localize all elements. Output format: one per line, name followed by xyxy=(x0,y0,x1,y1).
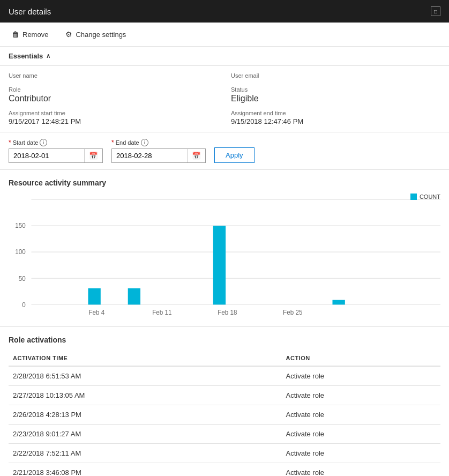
role-activations-title: Role activations xyxy=(9,336,440,344)
svg-text:50: 50 xyxy=(19,274,26,282)
remove-button[interactable]: 🗑 Remove xyxy=(9,28,51,41)
start-date-input[interactable] xyxy=(9,149,84,162)
col-action: ACTION xyxy=(282,351,440,366)
activation-time-cell: 2/27/2018 10:13:05 AM xyxy=(9,386,282,405)
assignment-start-label: Assignment start time xyxy=(9,110,218,116)
svg-text:Feb 11: Feb 11 xyxy=(152,309,171,316)
svg-text:100: 100 xyxy=(15,248,26,256)
action-cell: Activate role xyxy=(282,444,440,463)
end-date-input-wrapper: 📅 xyxy=(111,148,206,163)
user-email-field: User email xyxy=(231,72,440,80)
essentials-label: Essentials xyxy=(9,52,43,60)
essentials-grid: User name User email Role Contributor St… xyxy=(0,66,449,132)
remove-icon: 🗑 xyxy=(12,30,19,39)
chart-svg: 0 50 100 150 Feb 4 Feb 11 Feb 18 Feb 25 xyxy=(9,194,440,322)
activation-time-cell: 2/23/2018 9:01:27 AM xyxy=(9,425,282,444)
start-date-label: * Start date i xyxy=(9,139,103,146)
svg-rect-10 xyxy=(128,288,140,305)
status-value: Eligible xyxy=(231,94,440,103)
toolbar: 🗑 Remove ⚙ Change settings xyxy=(0,23,449,47)
chevron-up-icon: ∧ xyxy=(46,53,50,59)
chart-container: COUNT 0 50 100 150 Feb 4 Feb 11 xyxy=(9,194,440,322)
end-date-calendar-button[interactable]: 📅 xyxy=(187,149,205,162)
table-row: 2/27/2018 10:13:05 AM Activate role xyxy=(9,386,440,405)
svg-rect-12 xyxy=(333,300,345,305)
table-header-row: ACTIVATION TIME ACTION xyxy=(9,351,440,366)
change-settings-label: Change settings xyxy=(76,31,126,39)
role-field: Role Contributor xyxy=(9,86,218,103)
svg-text:0: 0 xyxy=(22,301,26,308)
role-label: Role xyxy=(9,86,218,93)
legend-color-swatch xyxy=(410,194,417,200)
status-field: Status Eligible xyxy=(231,86,440,103)
assignment-end-field: Assignment end time 9/15/2018 12:47:46 P… xyxy=(231,110,440,125)
remove-label: Remove xyxy=(23,31,48,39)
table-row: 2/28/2018 6:51:53 AM Activate role xyxy=(9,366,440,386)
chart-section: Resource activity summary COUNT 0 50 100… xyxy=(0,170,449,327)
end-date-input[interactable] xyxy=(112,149,187,162)
change-settings-button[interactable]: ⚙ Change settings xyxy=(62,28,129,41)
settings-icon: ⚙ xyxy=(65,30,72,39)
table-row: 2/23/2018 9:01:27 AM Activate role xyxy=(9,425,440,444)
svg-text:Feb 4: Feb 4 xyxy=(88,309,104,316)
status-label: Status xyxy=(231,86,440,93)
end-date-field: * End date i 📅 xyxy=(111,139,206,163)
svg-rect-9 xyxy=(88,288,100,305)
svg-text:Feb 25: Feb 25 xyxy=(283,309,303,316)
date-filter: * Start date i 📅 * End date i 📅 Apply xyxy=(0,132,449,170)
activation-time-cell: 2/22/2018 7:52:11 AM xyxy=(9,444,282,463)
start-date-input-wrapper: 📅 xyxy=(9,148,103,163)
assignment-end-label: Assignment end time xyxy=(231,110,440,116)
window-title: User details xyxy=(9,7,51,16)
assignment-start-field: Assignment start time 9/15/2017 12:48:21… xyxy=(9,110,218,125)
assignment-start-value: 9/15/2017 12:48:21 PM xyxy=(9,117,218,125)
table-row: 2/21/2018 3:46:08 PM Activate role xyxy=(9,463,440,477)
svg-rect-11 xyxy=(213,226,226,304)
chart-title: Resource activity summary xyxy=(9,178,440,187)
window-controls: □ xyxy=(431,6,440,16)
start-date-field: * Start date i 📅 xyxy=(9,139,103,163)
essentials-header[interactable]: Essentials ∧ xyxy=(0,47,449,66)
assignment-end-value: 9/15/2018 12:47:46 PM xyxy=(231,117,440,125)
apply-button[interactable]: Apply xyxy=(214,147,255,163)
end-date-info-icon[interactable]: i xyxy=(141,139,148,146)
end-required-star: * xyxy=(111,139,114,146)
action-cell: Activate role xyxy=(282,405,440,425)
role-value: Contributor xyxy=(9,94,218,103)
action-cell: Activate role xyxy=(282,386,440,405)
end-date-label: * End date i xyxy=(111,139,206,146)
start-date-calendar-button[interactable]: 📅 xyxy=(84,149,102,162)
start-date-info-icon[interactable]: i xyxy=(40,139,47,146)
legend-label: COUNT xyxy=(420,194,440,200)
user-name-label: User name xyxy=(9,72,218,79)
activation-time-cell: 2/26/2018 4:28:13 PM xyxy=(9,405,282,425)
essentials-section: Essentials ∧ User name User email Role C… xyxy=(0,47,449,132)
action-cell: Activate role xyxy=(282,425,440,444)
role-activations-section: Role activations ACTIVATION TIME ACTION … xyxy=(0,327,449,476)
start-required-star: * xyxy=(9,139,11,146)
table-row: 2/22/2018 7:52:11 AM Activate role xyxy=(9,444,440,463)
start-date-label-text: Start date xyxy=(13,139,39,146)
chart-legend: COUNT xyxy=(410,194,440,200)
svg-text:150: 150 xyxy=(15,222,26,229)
activation-time-cell: 2/28/2018 6:51:53 AM xyxy=(9,366,282,386)
action-cell: Activate role xyxy=(282,463,440,477)
activations-table: ACTIVATION TIME ACTION 2/28/2018 6:51:53… xyxy=(9,351,440,476)
activation-time-cell: 2/21/2018 3:46:08 PM xyxy=(9,463,282,477)
table-row: 2/26/2018 4:28:13 PM Activate role xyxy=(9,405,440,425)
svg-text:Feb 18: Feb 18 xyxy=(218,309,237,316)
action-cell: Activate role xyxy=(282,366,440,386)
user-email-label: User email xyxy=(231,72,440,79)
restore-button[interactable]: □ xyxy=(431,6,440,16)
title-bar: User details □ xyxy=(0,0,449,23)
end-date-label-text: End date xyxy=(116,139,139,146)
user-name-field: User name xyxy=(9,72,218,80)
col-activation-time: ACTIVATION TIME xyxy=(9,351,282,366)
